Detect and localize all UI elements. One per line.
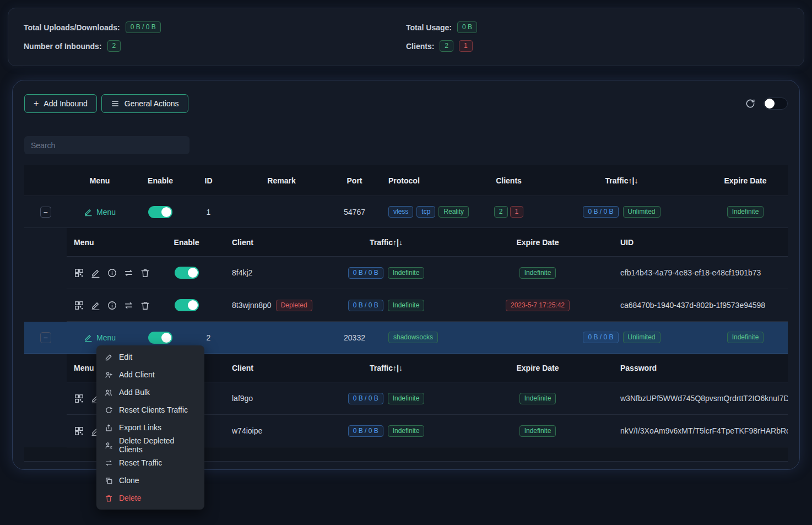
client-actions bbox=[67, 268, 160, 278]
edit-client-icon[interactable] bbox=[90, 268, 101, 278]
protocol-badge: tcp bbox=[416, 206, 435, 218]
edit-client-icon[interactable] bbox=[90, 300, 101, 311]
traffic-limit-badge: Indefinite bbox=[388, 300, 425, 311]
menu-item-add-bulk[interactable]: Add Bulk bbox=[96, 383, 204, 401]
general-actions-label: General Actions bbox=[124, 99, 179, 108]
qr-code-icon[interactable] bbox=[74, 268, 84, 278]
general-actions-button[interactable]: General Actions bbox=[101, 94, 188, 113]
subcol-header-enable: Enable bbox=[160, 238, 213, 247]
inbound-protocols: vless tcp Reality bbox=[375, 206, 477, 218]
inbound-client-counts: 2 1 bbox=[477, 206, 540, 218]
delete-client-icon[interactable] bbox=[140, 300, 150, 311]
inbound-port: 54767 bbox=[334, 208, 375, 217]
col-header-expire: Expire Date bbox=[703, 176, 788, 185]
inbound-expire: Indefinite bbox=[703, 332, 788, 343]
theme-toggle[interactable] bbox=[764, 98, 788, 110]
menu-item-add-client[interactable]: Add Client bbox=[96, 366, 204, 383]
stat-label: Total Uploads/Downloads: bbox=[24, 23, 120, 32]
trash-icon bbox=[105, 494, 113, 502]
menu-item-delete-depleted-clients[interactable]: Delete Depleted Clients bbox=[96, 436, 204, 454]
client-expire: Indefinite bbox=[463, 393, 612, 404]
client-expire: Indefinite bbox=[463, 267, 612, 279]
traffic-badge: 0 B / 0 B bbox=[583, 332, 618, 343]
expire-badge: Indefinite bbox=[727, 332, 764, 343]
qr-code-icon[interactable] bbox=[74, 300, 84, 311]
traffic-limit-badge: Unlimited bbox=[623, 332, 661, 343]
inbound-menu-button[interactable]: Menu bbox=[84, 333, 116, 342]
edit-pencil-icon bbox=[84, 208, 93, 217]
protocol-badge: shadowsocks bbox=[388, 332, 438, 343]
collapse-row-button[interactable]: − bbox=[40, 207, 51, 218]
inbound-enable-toggle[interactable] bbox=[148, 206, 172, 218]
refresh-icon[interactable] bbox=[745, 98, 756, 109]
traffic-badge: 0 B / 0 B bbox=[583, 206, 618, 218]
add-inbound-button[interactable]: + Add Inbound bbox=[24, 94, 97, 113]
inbound-1-clients-table: Menu Enable Client Traffic↑|↓ Expire Dat… bbox=[67, 228, 788, 322]
inbound-menu-label: Menu bbox=[96, 208, 116, 217]
protocol-badge: vless bbox=[388, 206, 413, 218]
expire-badge: 2023-5-7 17:25:42 bbox=[506, 300, 570, 311]
expire-badge: Indefinite bbox=[519, 425, 556, 437]
client-traffic: 0 B / 0 B Indefinite bbox=[309, 425, 463, 437]
qr-code-icon[interactable] bbox=[74, 393, 84, 404]
subcol-header-traffic-sort[interactable]: Traffic↑|↓ bbox=[309, 238, 463, 247]
inbound-actions-menu: Edit Add Client Add Bulk Reset Clients T… bbox=[96, 345, 204, 510]
reset-client-traffic-icon[interactable] bbox=[123, 268, 134, 278]
stat-total-usage: Total Usage: 0 B bbox=[406, 21, 788, 33]
menu-item-delete[interactable]: Delete bbox=[96, 489, 204, 507]
collapse-row-button[interactable]: − bbox=[40, 332, 51, 343]
col-header-protocol: Protocol bbox=[375, 176, 477, 185]
traffic-limit-badge: Indefinite bbox=[388, 393, 425, 404]
search-input[interactable] bbox=[24, 136, 190, 154]
stats-column-right: Total Usage: 0 B Clients: 2 1 bbox=[406, 21, 788, 52]
protocol-badge: Reality bbox=[439, 206, 469, 218]
client-row: 8f4kj2 0 B / 0 B Indefinite Indefinite e… bbox=[67, 257, 788, 289]
menu-item-clone[interactable]: Clone bbox=[96, 472, 204, 489]
inbound-enable-toggle[interactable] bbox=[148, 332, 172, 344]
edit-pencil-icon bbox=[84, 333, 93, 342]
traffic-badge: 0 B / 0 B bbox=[348, 300, 383, 311]
client-row: 8t3wjnn8p0 Depleted 0 B / 0 B Indefinite… bbox=[67, 289, 788, 322]
traffic-limit-badge: Indefinite bbox=[388, 425, 425, 437]
menu-item-export-links[interactable]: Export Links bbox=[96, 419, 204, 436]
inbound-menu-button[interactable]: Menu bbox=[84, 208, 116, 217]
client-password: w3NfbzUPf5WWd745Q8pvsmQrdrttT2IO6knuI7Di… bbox=[612, 394, 788, 403]
expire-badge: Indefinite bbox=[519, 393, 556, 404]
client-password: nkV/I/3XoAm9v6xMT/T5lcrF4TpeTKF98rHARbRo… bbox=[612, 426, 788, 435]
clients-table-header: Menu Enable Client Traffic↑|↓ Expire Dat… bbox=[67, 228, 788, 257]
client-name: laf9go bbox=[213, 394, 309, 403]
col-header-menu: Menu bbox=[67, 176, 133, 185]
menu-item-edit[interactable]: Edit bbox=[96, 348, 204, 366]
client-enable-toggle[interactable] bbox=[175, 267, 199, 279]
col-header-traffic-sort[interactable]: Traffic↑|↓ bbox=[540, 176, 703, 185]
info-icon[interactable] bbox=[107, 268, 117, 278]
client-name: w74ioipe bbox=[213, 426, 309, 435]
traffic-badge: 0 B / 0 B bbox=[348, 267, 383, 279]
qr-code-icon[interactable] bbox=[74, 426, 84, 436]
subcol-header-expire: Expire Date bbox=[463, 364, 612, 372]
inbound-id: 2 bbox=[188, 333, 229, 342]
client-enable-toggle[interactable] bbox=[175, 299, 199, 311]
subcol-header-traffic-sort[interactable]: Traffic↑|↓ bbox=[309, 364, 463, 372]
client-traffic: 0 B / 0 B Indefinite bbox=[309, 393, 463, 404]
subcol-header-menu: Menu bbox=[67, 238, 160, 247]
stat-number-of-inbounds: Number of Inbounds: 2 bbox=[24, 40, 406, 52]
menu-item-reset-traffic[interactable]: Reset Traffic bbox=[96, 454, 204, 472]
menu-item-reset-clients-traffic[interactable]: Reset Clients Traffic bbox=[96, 401, 204, 419]
traffic-limit-badge: Indefinite bbox=[388, 267, 425, 279]
col-header-id: ID bbox=[188, 176, 229, 185]
traffic-limit-badge: Unlimited bbox=[623, 206, 661, 218]
inbound-menu-label: Menu bbox=[96, 333, 116, 342]
export-links-icon bbox=[105, 424, 113, 432]
col-header-remark: Remark bbox=[229, 176, 334, 185]
stat-value-badge: 0 B / 0 B bbox=[126, 21, 161, 33]
client-expire: 2023-5-7 17:25:42 bbox=[463, 300, 612, 311]
info-icon[interactable] bbox=[107, 300, 117, 311]
stat-clients: Clients: 2 1 bbox=[406, 40, 788, 52]
client-name: 8f4kj2 bbox=[213, 268, 309, 277]
delete-client-icon[interactable] bbox=[140, 268, 150, 278]
inbound-id: 1 bbox=[188, 208, 229, 217]
subcol-header-client: Client bbox=[213, 238, 309, 247]
reset-client-traffic-icon[interactable] bbox=[123, 300, 134, 311]
user-add-icon bbox=[105, 371, 113, 379]
